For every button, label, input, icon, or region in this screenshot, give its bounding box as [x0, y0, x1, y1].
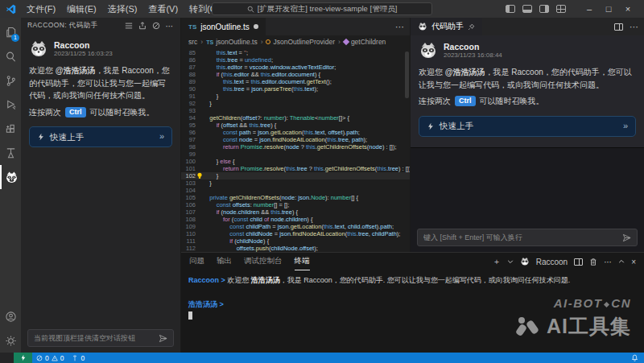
editor-more-icon[interactable]: ⋯	[395, 22, 404, 32]
terminal-profile-name[interactable]: Raccoon	[536, 258, 568, 266]
settings-gear-icon[interactable]	[0, 328, 21, 353]
tab-assistant[interactable]: 代码助手	[411, 18, 482, 35]
close-panel-icon[interactable]: ×	[631, 258, 636, 266]
error-icon	[36, 355, 43, 361]
menu-item[interactable]: 查看(V)	[142, 0, 184, 18]
code-line[interactable]: 92 }	[181, 100, 410, 107]
code-line[interactable]: 105 private getChildrenOffsets(node: jso…	[181, 194, 410, 201]
sidebar-chat-input-field[interactable]	[34, 334, 154, 342]
editor-scrollbar[interactable]	[405, 52, 409, 98]
tab-jsonoutline[interactable]: TS jsonOutline.ts	[181, 18, 266, 35]
code-line[interactable]: 111 if (childNode) {	[181, 237, 410, 245]
code-line[interactable]: 110 const childNode = json.findNodeAtLoc…	[181, 230, 410, 237]
clear-chat-icon[interactable]	[152, 22, 160, 30]
line-number: 111	[181, 237, 203, 245]
history-icon[interactable]	[125, 22, 133, 30]
breadcrumb-item[interactable]: TSjsonOutline.ts	[206, 38, 257, 46]
breadcrumb-item[interactable]: getChildren	[344, 38, 386, 46]
raccoon-icon[interactable]	[0, 165, 21, 189]
remote-indicator[interactable]	[14, 353, 32, 363]
more-icon[interactable]: ⋯	[166, 22, 174, 31]
new-terminal-icon[interactable]: ＋	[493, 256, 501, 267]
customize-layout-icon[interactable]	[556, 5, 566, 13]
extensions-icon[interactable]	[0, 117, 21, 141]
code-line[interactable]: 89 this.text = this.editor.document.getT…	[181, 78, 410, 85]
send-icon[interactable]	[159, 334, 167, 343]
code-line[interactable]: 102 }	[181, 172, 410, 179]
code-editor[interactable]: 85 this.text = '';86 this.tree = undefin…	[181, 48, 410, 252]
code-line[interactable]: 100 } else {	[181, 158, 410, 165]
code-line[interactable]: 108 for (const child of node.children) {	[181, 216, 410, 223]
code-line[interactable]: 86 this.tree = undefined;	[181, 56, 410, 64]
assistant-chat-input-field[interactable]	[423, 233, 617, 241]
code-line[interactable]: 104	[181, 187, 410, 194]
pin-icon[interactable]	[468, 23, 475, 31]
notifications-bell-icon[interactable]	[631, 354, 644, 361]
chat-author: Raccoon	[444, 42, 502, 52]
assistant-chat-input[interactable]	[417, 229, 638, 246]
breadcrumb-separator: ›	[200, 38, 203, 46]
account-icon[interactable]	[0, 304, 21, 328]
menu-item[interactable]: 选择(S)	[102, 0, 143, 18]
code-line[interactable]: 103 }	[181, 179, 410, 187]
source-control-icon[interactable]	[0, 68, 21, 93]
panel-tab-输出[interactable]: 输出	[217, 253, 232, 270]
code-line[interactable]: 99	[181, 151, 410, 158]
quickstart-button[interactable]: 快速上手 »	[419, 116, 636, 137]
quickstart-button[interactable]: 快速上手 »	[29, 126, 172, 147]
code-line[interactable]: 87 this.editor = vscode.window.activeTex…	[181, 64, 410, 71]
panel-tab-终端[interactable]: 终端	[295, 253, 310, 270]
bolt-icon	[37, 133, 45, 141]
code-line[interactable]: 97 const node = json.findNodeAtLocation(…	[181, 136, 410, 143]
code-line[interactable]: 91 }	[181, 93, 410, 100]
toggle-panel-icon[interactable]	[522, 5, 532, 13]
assistant-more-icon[interactable]: ⋯	[630, 22, 638, 32]
menu-item[interactable]: 编辑(E)	[61, 0, 102, 18]
kill-terminal-icon[interactable]	[589, 258, 597, 266]
code-line[interactable]: 106 const offsets: number[] = [];	[181, 201, 410, 208]
code-line[interactable]: 94 getChildren(offset?: number): Thenabl…	[181, 114, 410, 122]
code-line[interactable]: 101 return Promise.resolve(this.tree ? t…	[181, 165, 410, 172]
explorer-icon[interactable]: 1	[0, 20, 21, 44]
test-icon[interactable]	[0, 141, 21, 165]
code-line[interactable]: 85 this.text = '';	[181, 49, 410, 56]
maximize-button[interactable]: □	[599, 0, 618, 18]
breadcrumb-item[interactable]: src	[188, 38, 197, 46]
split-editor-icon[interactable]	[614, 23, 623, 31]
split-terminal-icon[interactable]	[574, 258, 583, 266]
window-title: [扩展开发宿主] tree-view-sample [管理员]	[258, 4, 398, 14]
breadcrumb-item[interactable]: JsonOutlineProvider	[266, 38, 335, 46]
close-button[interactable]: ×	[618, 0, 638, 18]
code-line[interactable]: 98 return Promise.resolve(node ? this.ge…	[181, 143, 410, 151]
search-icon[interactable]	[0, 44, 21, 68]
problems-indicator[interactable]: 0 0	[32, 354, 68, 362]
code-line[interactable]: 88 if (this.editor && this.editor.docume…	[181, 71, 410, 78]
export-icon[interactable]	[138, 22, 147, 30]
maximize-panel-icon[interactable]	[618, 258, 625, 265]
send-icon[interactable]	[622, 233, 631, 242]
window-title-search-box[interactable]: [扩展开发宿主] tree-view-sample [管理员]	[212, 2, 432, 15]
minimize-button[interactable]: –	[580, 0, 599, 18]
toggle-sidebar-icon[interactable]	[506, 5, 515, 13]
ctrl-key-badge: Ctrl	[455, 96, 476, 106]
code-line[interactable]: 107 if (node.children && this.tree) {	[181, 208, 410, 216]
modified-dot-icon[interactable]	[254, 24, 258, 29]
code-line[interactable]: 96 const path = json.getLocation(this.te…	[181, 129, 410, 136]
panel-tab-问题[interactable]: 问题	[189, 253, 204, 270]
run-debug-icon[interactable]	[0, 93, 21, 117]
panel-more-icon[interactable]: ⋯	[604, 258, 612, 266]
code-line[interactable]: 93	[181, 107, 410, 114]
line-number: 94	[181, 114, 203, 122]
code-line[interactable]: 95 if (offset && this.tree) {	[181, 122, 410, 129]
code-line[interactable]: 90 this.tree = json.parseTree(this.text)…	[181, 85, 410, 93]
ports-indicator[interactable]: 0	[68, 354, 89, 362]
code-text: private getChildrenOffsets(node: json.No…	[203, 194, 410, 201]
toggle-secondary-sidebar-icon[interactable]	[539, 5, 549, 13]
panel-tab-调试控制台[interactable]: 调试控制台	[244, 253, 283, 270]
code-line[interactable]: 109 const childPath = json.getLocation(t…	[181, 223, 410, 230]
terminal-dropdown-icon[interactable]	[507, 258, 514, 265]
menu-item[interactable]: 文件(F)	[21, 0, 61, 18]
sidebar-chat-input[interactable]	[27, 329, 174, 347]
code-line[interactable]: 112 offsets.push(childNode.offset);	[181, 245, 410, 252]
vscode-logo-icon	[0, 4, 21, 14]
